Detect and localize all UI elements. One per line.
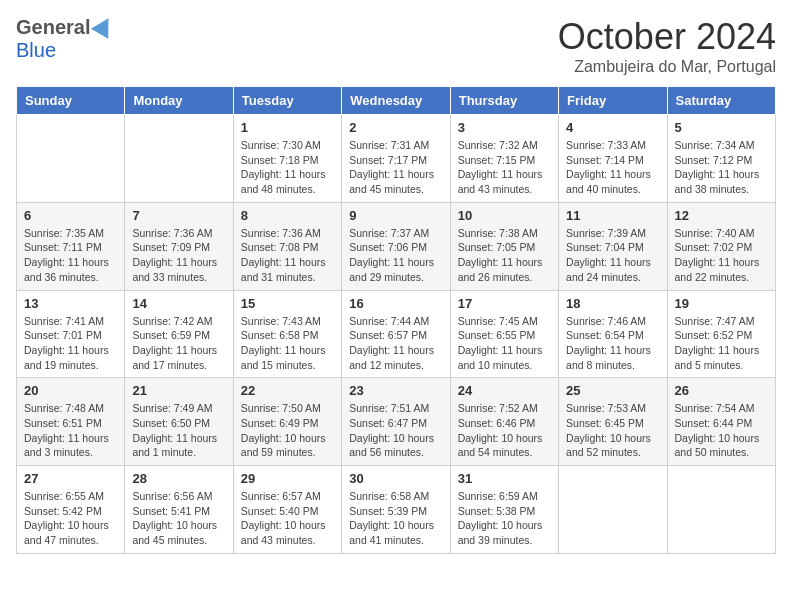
calendar-cell <box>559 466 667 554</box>
calendar-cell: 9Sunrise: 7:37 AMSunset: 7:06 PMDaylight… <box>342 202 450 290</box>
calendar-cell: 12Sunrise: 7:40 AMSunset: 7:02 PMDayligh… <box>667 202 775 290</box>
calendar-cell: 20Sunrise: 7:48 AMSunset: 6:51 PMDayligh… <box>17 378 125 466</box>
day-number: 31 <box>458 471 551 486</box>
calendar-cell: 1Sunrise: 7:30 AMSunset: 7:18 PMDaylight… <box>233 115 341 203</box>
day-number: 4 <box>566 120 659 135</box>
calendar-week-row: 20Sunrise: 7:48 AMSunset: 6:51 PMDayligh… <box>17 378 776 466</box>
day-number: 13 <box>24 296 117 311</box>
day-info: Sunrise: 7:50 AMSunset: 6:49 PMDaylight:… <box>241 401 334 460</box>
calendar-cell <box>125 115 233 203</box>
day-info: Sunrise: 7:36 AMSunset: 7:09 PMDaylight:… <box>132 226 225 285</box>
day-number: 11 <box>566 208 659 223</box>
calendar-day-header: Saturday <box>667 87 775 115</box>
day-number: 6 <box>24 208 117 223</box>
calendar-cell: 19Sunrise: 7:47 AMSunset: 6:52 PMDayligh… <box>667 290 775 378</box>
day-number: 28 <box>132 471 225 486</box>
day-info: Sunrise: 7:35 AMSunset: 7:11 PMDaylight:… <box>24 226 117 285</box>
day-number: 21 <box>132 383 225 398</box>
day-info: Sunrise: 6:58 AMSunset: 5:39 PMDaylight:… <box>349 489 442 548</box>
day-info: Sunrise: 7:52 AMSunset: 6:46 PMDaylight:… <box>458 401 551 460</box>
day-info: Sunrise: 7:54 AMSunset: 6:44 PMDaylight:… <box>675 401 768 460</box>
calendar-cell: 30Sunrise: 6:58 AMSunset: 5:39 PMDayligh… <box>342 466 450 554</box>
calendar-week-row: 6Sunrise: 7:35 AMSunset: 7:11 PMDaylight… <box>17 202 776 290</box>
day-number: 30 <box>349 471 442 486</box>
calendar-cell: 27Sunrise: 6:55 AMSunset: 5:42 PMDayligh… <box>17 466 125 554</box>
day-number: 15 <box>241 296 334 311</box>
calendar-day-header: Monday <box>125 87 233 115</box>
logo-general-text: General <box>16 16 90 39</box>
calendar-cell: 5Sunrise: 7:34 AMSunset: 7:12 PMDaylight… <box>667 115 775 203</box>
calendar-cell: 8Sunrise: 7:36 AMSunset: 7:08 PMDaylight… <box>233 202 341 290</box>
day-number: 19 <box>675 296 768 311</box>
day-info: Sunrise: 7:33 AMSunset: 7:14 PMDaylight:… <box>566 138 659 197</box>
calendar-day-header: Thursday <box>450 87 558 115</box>
day-info: Sunrise: 7:37 AMSunset: 7:06 PMDaylight:… <box>349 226 442 285</box>
day-number: 9 <box>349 208 442 223</box>
calendar-cell <box>667 466 775 554</box>
calendar-cell: 11Sunrise: 7:39 AMSunset: 7:04 PMDayligh… <box>559 202 667 290</box>
day-info: Sunrise: 7:49 AMSunset: 6:50 PMDaylight:… <box>132 401 225 460</box>
calendar-cell: 25Sunrise: 7:53 AMSunset: 6:45 PMDayligh… <box>559 378 667 466</box>
day-number: 5 <box>675 120 768 135</box>
day-info: Sunrise: 7:36 AMSunset: 7:08 PMDaylight:… <box>241 226 334 285</box>
location-text: Zambujeira do Mar, Portugal <box>558 58 776 76</box>
logo: General Blue <box>16 16 114 62</box>
day-info: Sunrise: 7:47 AMSunset: 6:52 PMDaylight:… <box>675 314 768 373</box>
calendar-day-header: Wednesday <box>342 87 450 115</box>
day-number: 8 <box>241 208 334 223</box>
day-number: 3 <box>458 120 551 135</box>
day-number: 17 <box>458 296 551 311</box>
day-info: Sunrise: 7:44 AMSunset: 6:57 PMDaylight:… <box>349 314 442 373</box>
month-title: October 2024 <box>558 16 776 58</box>
day-number: 24 <box>458 383 551 398</box>
calendar-cell: 3Sunrise: 7:32 AMSunset: 7:15 PMDaylight… <box>450 115 558 203</box>
calendar-cell: 16Sunrise: 7:44 AMSunset: 6:57 PMDayligh… <box>342 290 450 378</box>
day-number: 14 <box>132 296 225 311</box>
calendar-cell: 17Sunrise: 7:45 AMSunset: 6:55 PMDayligh… <box>450 290 558 378</box>
day-info: Sunrise: 7:53 AMSunset: 6:45 PMDaylight:… <box>566 401 659 460</box>
calendar-cell: 4Sunrise: 7:33 AMSunset: 7:14 PMDaylight… <box>559 115 667 203</box>
calendar-cell: 6Sunrise: 7:35 AMSunset: 7:11 PMDaylight… <box>17 202 125 290</box>
logo-triangle-icon <box>91 13 117 39</box>
calendar-day-header: Friday <box>559 87 667 115</box>
day-info: Sunrise: 6:57 AMSunset: 5:40 PMDaylight:… <box>241 489 334 548</box>
calendar-cell: 23Sunrise: 7:51 AMSunset: 6:47 PMDayligh… <box>342 378 450 466</box>
calendar-day-header: Sunday <box>17 87 125 115</box>
calendar-cell: 28Sunrise: 6:56 AMSunset: 5:41 PMDayligh… <box>125 466 233 554</box>
day-number: 18 <box>566 296 659 311</box>
calendar-cell: 14Sunrise: 7:42 AMSunset: 6:59 PMDayligh… <box>125 290 233 378</box>
day-info: Sunrise: 6:56 AMSunset: 5:41 PMDaylight:… <box>132 489 225 548</box>
day-info: Sunrise: 7:45 AMSunset: 6:55 PMDaylight:… <box>458 314 551 373</box>
day-number: 16 <box>349 296 442 311</box>
day-info: Sunrise: 7:43 AMSunset: 6:58 PMDaylight:… <box>241 314 334 373</box>
day-number: 10 <box>458 208 551 223</box>
day-number: 20 <box>24 383 117 398</box>
calendar-day-header: Tuesday <box>233 87 341 115</box>
day-info: Sunrise: 7:46 AMSunset: 6:54 PMDaylight:… <box>566 314 659 373</box>
calendar-week-row: 1Sunrise: 7:30 AMSunset: 7:18 PMDaylight… <box>17 115 776 203</box>
day-info: Sunrise: 7:31 AMSunset: 7:17 PMDaylight:… <box>349 138 442 197</box>
day-number: 22 <box>241 383 334 398</box>
calendar-cell: 22Sunrise: 7:50 AMSunset: 6:49 PMDayligh… <box>233 378 341 466</box>
day-number: 25 <box>566 383 659 398</box>
calendar-cell: 10Sunrise: 7:38 AMSunset: 7:05 PMDayligh… <box>450 202 558 290</box>
day-info: Sunrise: 7:42 AMSunset: 6:59 PMDaylight:… <box>132 314 225 373</box>
day-info: Sunrise: 7:48 AMSunset: 6:51 PMDaylight:… <box>24 401 117 460</box>
calendar-cell: 2Sunrise: 7:31 AMSunset: 7:17 PMDaylight… <box>342 115 450 203</box>
day-info: Sunrise: 7:38 AMSunset: 7:05 PMDaylight:… <box>458 226 551 285</box>
day-info: Sunrise: 7:41 AMSunset: 7:01 PMDaylight:… <box>24 314 117 373</box>
calendar-cell: 29Sunrise: 6:57 AMSunset: 5:40 PMDayligh… <box>233 466 341 554</box>
day-info: Sunrise: 7:39 AMSunset: 7:04 PMDaylight:… <box>566 226 659 285</box>
calendar-cell: 24Sunrise: 7:52 AMSunset: 6:46 PMDayligh… <box>450 378 558 466</box>
calendar-body: 1Sunrise: 7:30 AMSunset: 7:18 PMDaylight… <box>17 115 776 554</box>
day-info: Sunrise: 7:34 AMSunset: 7:12 PMDaylight:… <box>675 138 768 197</box>
day-info: Sunrise: 6:55 AMSunset: 5:42 PMDaylight:… <box>24 489 117 548</box>
calendar-cell: 21Sunrise: 7:49 AMSunset: 6:50 PMDayligh… <box>125 378 233 466</box>
calendar-cell: 26Sunrise: 7:54 AMSunset: 6:44 PMDayligh… <box>667 378 775 466</box>
calendar-cell: 13Sunrise: 7:41 AMSunset: 7:01 PMDayligh… <box>17 290 125 378</box>
day-number: 29 <box>241 471 334 486</box>
day-number: 7 <box>132 208 225 223</box>
day-number: 27 <box>24 471 117 486</box>
day-info: Sunrise: 7:51 AMSunset: 6:47 PMDaylight:… <box>349 401 442 460</box>
day-number: 23 <box>349 383 442 398</box>
